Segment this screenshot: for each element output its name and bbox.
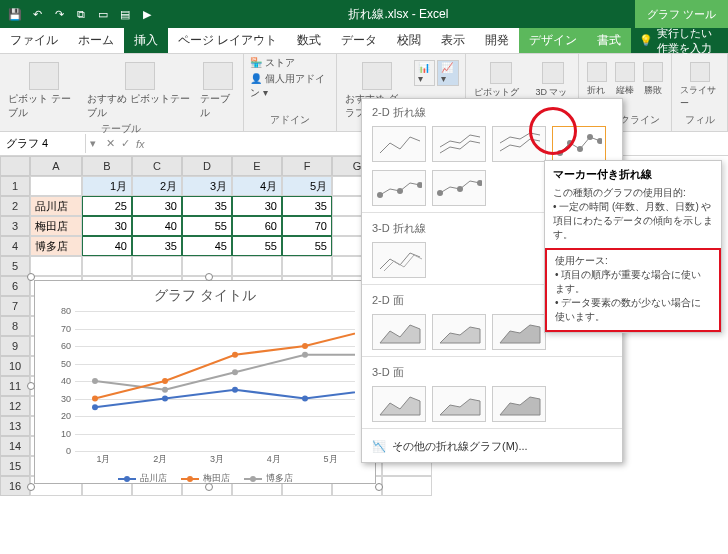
tell-me-search[interactable]: 💡 実行したい作業を入力: [631, 28, 728, 53]
line-chart-icon[interactable]: 📈▾: [437, 60, 458, 86]
ribbon-group-addins: 🏪 ストア 👤 個人用アドイン ▾ アドイン: [244, 54, 337, 131]
tab-file[interactable]: ファイル: [0, 28, 68, 53]
more-line-charts[interactable]: 📉 その他の折れ線グラフ(M)...: [362, 431, 622, 462]
chart-tools-label: グラフ ツール: [635, 0, 728, 28]
svg-point-12: [232, 369, 238, 375]
svg-point-3: [302, 396, 308, 402]
col-header[interactable]: E: [232, 156, 282, 176]
col-header[interactable]: C: [132, 156, 182, 176]
svg-point-16: [567, 140, 573, 146]
redo-icon[interactable]: ↷: [50, 5, 68, 23]
svg-point-17: [577, 146, 583, 152]
pivot-table-button[interactable]: ピボット テーブル: [6, 60, 81, 122]
tab-formulas[interactable]: 数式: [287, 28, 331, 53]
row-header[interactable]: 4: [0, 236, 30, 256]
run-icon[interactable]: ▶: [138, 5, 156, 23]
svg-marker-28: [500, 325, 540, 343]
svg-point-2: [232, 387, 238, 393]
chart-type-line-markers[interactable]: [552, 126, 606, 162]
lightbulb-icon: 💡: [639, 34, 653, 47]
svg-point-11: [162, 387, 168, 393]
svg-marker-27: [440, 327, 480, 343]
svg-point-25: [477, 180, 482, 186]
embedded-chart[interactable]: グラフ タイトル 01020304050607080 1月2月3月4月5月 品川…: [34, 280, 376, 484]
chart-type-stacked-line-markers[interactable]: [372, 170, 426, 206]
cancel-icon[interactable]: ✕: [106, 137, 115, 150]
tab-data[interactable]: データ: [331, 28, 387, 53]
svg-point-13: [302, 352, 308, 358]
namebox-dropdown-icon[interactable]: ▾: [86, 137, 100, 150]
chart-type-line[interactable]: [372, 126, 426, 162]
tab-view[interactable]: 表示: [431, 28, 475, 53]
svg-point-10: [92, 378, 98, 384]
open-icon[interactable]: ▤: [116, 5, 134, 23]
chart-type-3d-line[interactable]: [372, 242, 426, 278]
ribbon-group-filters: スライサー フィル: [672, 54, 728, 131]
svg-point-15: [557, 150, 563, 156]
svg-marker-26: [380, 325, 420, 343]
svg-point-6: [162, 378, 168, 384]
svg-point-24: [457, 186, 463, 192]
svg-point-7: [232, 352, 238, 358]
svg-marker-30: [440, 399, 480, 415]
menu-bar: ファイル ホーム 挿入 ページ レイアウト 数式 データ 校閲 表示 開発 デザ…: [0, 28, 728, 54]
chart-plot-area: 01020304050607080: [51, 311, 359, 451]
chart-type-stacked-line[interactable]: [432, 126, 486, 162]
undo-icon[interactable]: ↶: [28, 5, 46, 23]
svg-point-19: [597, 138, 602, 144]
tab-review[interactable]: 校閲: [387, 28, 431, 53]
svg-point-22: [417, 182, 422, 188]
tab-developer[interactable]: 開発: [475, 28, 519, 53]
fx-icon[interactable]: fx: [136, 138, 145, 150]
chart-type-3d-area[interactable]: [372, 386, 426, 422]
tab-insert[interactable]: 挿入: [124, 28, 168, 53]
svg-point-8: [302, 343, 308, 349]
line-chart-icon: 📉: [372, 440, 386, 453]
tab-home[interactable]: ホーム: [68, 28, 124, 53]
chart-type-100stacked-line[interactable]: [492, 126, 546, 162]
col-header[interactable]: D: [182, 156, 232, 176]
recommended-pivot-button[interactable]: おすすめ ピボットテーブル: [85, 60, 194, 122]
table-button[interactable]: テーブル: [198, 60, 236, 122]
svg-point-18: [587, 134, 593, 140]
col-header[interactable]: A: [30, 156, 82, 176]
ribbon-group-tables: ピボット テーブル おすすめ ピボットテーブル テーブル テーブル: [0, 54, 244, 131]
chart-type-100stacked-area[interactable]: [492, 314, 546, 350]
chart-type-tooltip: マーカー付き折れ線 この種類のグラフの使用目的: • 一定の時間 (年数、月数、…: [544, 160, 722, 333]
slicer-button[interactable]: スライサー: [678, 60, 721, 112]
select-all-corner[interactable]: [0, 156, 30, 176]
name-box[interactable]: グラフ 4: [0, 134, 86, 153]
store-button[interactable]: 🏪 ストア: [250, 56, 330, 70]
svg-point-0: [92, 404, 98, 410]
svg-point-21: [397, 188, 403, 194]
col-header[interactable]: B: [82, 156, 132, 176]
chart-type-100stacked-line-markers[interactable]: [432, 170, 486, 206]
tab-pagelayout[interactable]: ページ レイアウト: [168, 28, 287, 53]
tab-design[interactable]: デザイン: [519, 28, 587, 53]
tab-format[interactable]: 書式: [587, 28, 631, 53]
col-header[interactable]: F: [282, 156, 332, 176]
enter-icon[interactable]: ✓: [121, 137, 130, 150]
svg-point-23: [437, 190, 443, 196]
personal-addins-button[interactable]: 👤 個人用アドイン ▾: [250, 72, 330, 100]
chart-type-3d-100stacked-area[interactable]: [492, 386, 546, 422]
copy-icon[interactable]: ⧉: [72, 5, 90, 23]
svg-marker-29: [380, 397, 420, 415]
chart-type-area[interactable]: [372, 314, 426, 350]
row-header[interactable]: 2: [0, 196, 30, 216]
title-bar: 💾 ↶ ↷ ⧉ ▭ ▤ ▶ 折れ線.xlsx - Excel グラフ ツール: [0, 0, 728, 28]
svg-point-5: [92, 396, 98, 402]
sparkline-winloss-button[interactable]: 勝敗: [641, 60, 665, 112]
svg-marker-31: [500, 397, 540, 415]
new-icon[interactable]: ▭: [94, 5, 112, 23]
chart-title[interactable]: グラフ タイトル: [35, 281, 375, 311]
svg-point-20: [377, 192, 383, 198]
chart-type-stacked-area[interactable]: [432, 314, 486, 350]
svg-point-1: [162, 396, 168, 402]
chart-type-3d-stacked-area[interactable]: [432, 386, 486, 422]
save-icon[interactable]: 💾: [6, 5, 24, 23]
column-chart-icon[interactable]: 📊▾: [414, 60, 435, 86]
row-header[interactable]: 3: [0, 216, 30, 236]
quick-access-toolbar: 💾 ↶ ↷ ⧉ ▭ ▤ ▶: [0, 5, 162, 23]
row-header[interactable]: 1: [0, 176, 30, 196]
